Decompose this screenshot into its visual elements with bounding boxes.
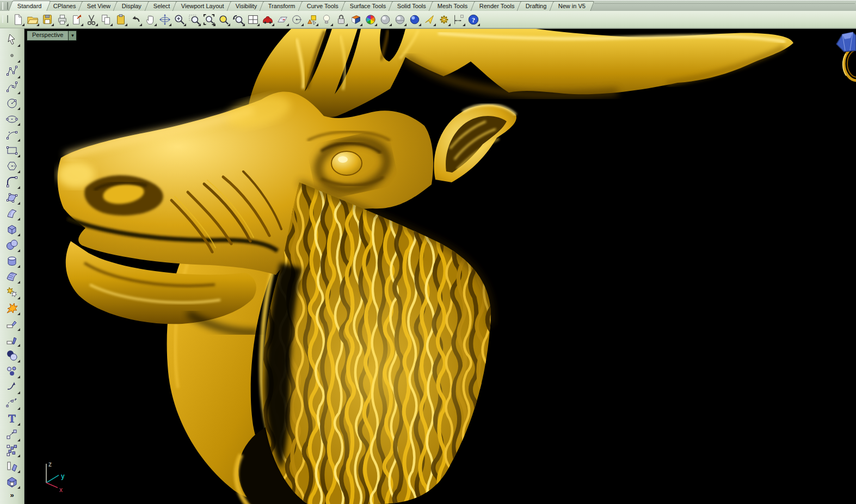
flyout-corner-icon: [17, 423, 20, 426]
new-file-button[interactable]: [10, 12, 25, 27]
tab-curve-tools[interactable]: Curve Tools: [298, 1, 348, 11]
circle-button[interactable]: [3, 95, 21, 110]
undo-view-button[interactable]: [231, 12, 245, 27]
fillet-corner-button[interactable]: [3, 174, 21, 189]
dimension-button[interactable]: [451, 12, 466, 27]
sidebar-more-button[interactable]: »: [7, 490, 17, 500]
options-button[interactable]: [436, 12, 451, 27]
toolbar-grip[interactable]: [2, 15, 8, 23]
export-button[interactable]: [69, 12, 84, 27]
tab-surface-tools[interactable]: Surface Tools: [341, 1, 395, 11]
render-preview-button[interactable]: [348, 12, 363, 27]
zoom-extents-button[interactable]: [201, 12, 216, 27]
tab-render-tools[interactable]: Render Tools: [470, 1, 524, 11]
tab-new-in-v5[interactable]: New in V5: [550, 1, 595, 11]
split-button[interactable]: [3, 331, 21, 347]
tab-label: Standard: [17, 1, 42, 11]
extend-curve-button[interactable]: [3, 379, 21, 395]
cut-button[interactable]: [84, 12, 98, 27]
standard-toolbar: ?: [0, 11, 856, 28]
flyout-corner-icon: [17, 454, 20, 457]
tab-mesh-tools[interactable]: Mesh Tools: [429, 1, 477, 11]
stag-head-ring-model[interactable]: [58, 29, 793, 504]
object-properties-button[interactable]: [304, 12, 319, 27]
color-wheel-button[interactable]: [363, 12, 378, 27]
ellipse-button[interactable]: [3, 110, 21, 126]
zoom-dynamic-button[interactable]: [172, 12, 187, 27]
zoom-window-button[interactable]: [187, 12, 201, 27]
group-button[interactable]: [3, 363, 21, 379]
help-button[interactable]: ?: [466, 12, 481, 27]
flyout-corner-icon: [110, 23, 113, 26]
boolean-union-button[interactable]: [3, 284, 21, 300]
osnap-button[interactable]: [290, 12, 304, 27]
tab-standard[interactable]: Standard: [8, 1, 51, 11]
sphere-button[interactable]: [3, 237, 21, 253]
trim-button[interactable]: [3, 316, 21, 331]
arc-button[interactable]: [3, 126, 21, 142]
viewport-menu-chevron-down-icon[interactable]: ▼: [68, 31, 76, 40]
split-icon: [5, 333, 19, 346]
rectangle-button[interactable]: [3, 142, 21, 158]
render-button[interactable]: [378, 12, 392, 27]
flyout-corner-icon: [17, 107, 20, 110]
gem-ring-model[interactable]: [836, 32, 856, 81]
flyout-corner-icon: [17, 470, 20, 473]
tab-label: Render Tools: [479, 2, 515, 11]
cplane-button[interactable]: [275, 12, 290, 27]
tab-transform[interactable]: Transform: [260, 1, 305, 11]
viewport-title[interactable]: Perspective: [27, 31, 68, 40]
print-button[interactable]: [54, 12, 69, 27]
flyout-corner-icon: [17, 360, 20, 362]
rotate-view-button[interactable]: [157, 12, 172, 27]
axis-gizmo: z y x: [46, 460, 65, 494]
tab-viewport-layout[interactable]: Viewport Layout: [173, 1, 233, 11]
surface-from-points-button[interactable]: [3, 189, 21, 205]
lights-button[interactable]: [319, 12, 334, 27]
point-button[interactable]: [3, 47, 21, 63]
move-button[interactable]: [3, 426, 21, 442]
explode-button[interactable]: [3, 300, 21, 316]
render-current-button[interactable]: [407, 12, 422, 27]
array-button[interactable]: [3, 442, 21, 458]
boolean-difference-button[interactable]: [3, 347, 21, 363]
tabbar-grip[interactable]: [2, 2, 8, 10]
flyout-corner-icon: [272, 23, 274, 26]
cylinder-button[interactable]: [3, 253, 21, 268]
box-button[interactable]: [3, 221, 21, 237]
viewport-canvas[interactable]: z y x: [24, 29, 856, 504]
cylinder-icon: [5, 254, 19, 267]
render-settings-button[interactable]: [392, 12, 407, 27]
polyline-button[interactable]: [3, 63, 21, 79]
copy-button[interactable]: [98, 12, 113, 27]
solid-cube-button[interactable]: [3, 474, 21, 489]
flyout-corner-icon: [374, 23, 377, 26]
save-button[interactable]: [40, 12, 54, 27]
y-axis-label: y: [61, 472, 65, 480]
tab-solid-tools[interactable]: Solid Tools: [389, 1, 435, 11]
patch-surface-button[interactable]: [3, 205, 21, 221]
control-point-curve-button[interactable]: [3, 79, 21, 95]
mesh-surface-button[interactable]: [3, 268, 21, 284]
rebuild-curve-button[interactable]: [3, 395, 21, 410]
open-file-button[interactable]: [25, 12, 40, 27]
lock-button[interactable]: [334, 12, 348, 27]
zoom-selected-button[interactable]: [216, 12, 231, 27]
text-icon: T: [5, 412, 19, 425]
flyout-corner-icon: [330, 23, 333, 26]
shear-plane-button[interactable]: [3, 458, 21, 474]
viewport-layout-button[interactable]: [245, 12, 260, 27]
perspective-viewport[interactable]: Perspective ▼: [24, 28, 856, 504]
paste-button[interactable]: [113, 12, 128, 27]
notifications-button[interactable]: [422, 12, 436, 27]
extend-curve-icon: [5, 380, 19, 394]
select-button[interactable]: [3, 32, 21, 47]
ellipse-icon: [5, 112, 19, 125]
undo-button[interactable]: [128, 12, 143, 27]
text-button[interactable]: T: [3, 410, 21, 426]
shade-button[interactable]: [260, 12, 275, 27]
pan-button[interactable]: [143, 12, 157, 27]
flyout-corner-icon: [345, 23, 348, 26]
viewport-title-bar[interactable]: Perspective ▼: [27, 30, 77, 41]
polygon-button[interactable]: [3, 158, 21, 174]
